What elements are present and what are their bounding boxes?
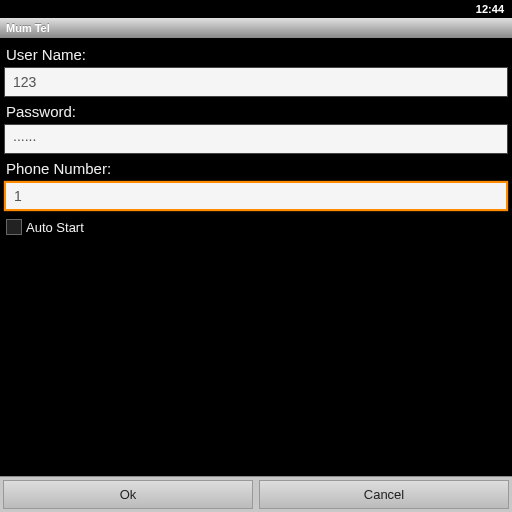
login-form: User Name: Password: Phone Number: Auto … xyxy=(0,38,512,245)
password-label: Password: xyxy=(4,97,508,124)
button-bar: Ok Cancel xyxy=(0,476,512,512)
status-bar: 12:44 xyxy=(0,0,512,18)
title-bar: Mum Tel xyxy=(0,18,512,38)
cancel-button[interactable]: Cancel xyxy=(259,480,509,509)
phone-label: Phone Number: xyxy=(4,154,508,181)
app-title: Mum Tel xyxy=(6,22,50,34)
autostart-checkbox[interactable] xyxy=(6,219,22,235)
username-label: User Name: xyxy=(4,40,508,67)
username-input[interactable] xyxy=(4,67,508,97)
password-input[interactable] xyxy=(4,124,508,154)
status-time: 12:44 xyxy=(476,3,504,15)
phone-input[interactable] xyxy=(4,181,508,211)
autostart-row[interactable]: Auto Start xyxy=(4,211,508,243)
ok-button[interactable]: Ok xyxy=(3,480,253,509)
autostart-label: Auto Start xyxy=(26,220,84,235)
